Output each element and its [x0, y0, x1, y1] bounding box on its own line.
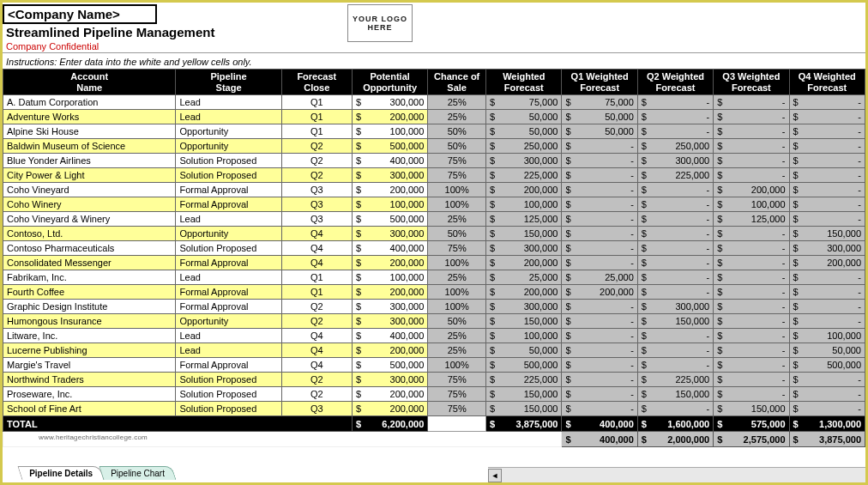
stage-cell[interactable]: Opportunity [176, 314, 281, 329]
tab-pipeline-chart[interactable]: Pipeline Chart [99, 466, 176, 480]
close-cell[interactable]: Q3 [281, 212, 352, 227]
account-cell[interactable]: Fabrikam, Inc. [3, 270, 176, 285]
close-cell[interactable]: Q2 [281, 387, 352, 402]
close-cell[interactable]: Q4 [281, 343, 352, 358]
potential-cell[interactable]: $300,000 [352, 227, 427, 241]
stage-cell[interactable]: Lead [176, 110, 281, 124]
stage-cell[interactable]: Solution Proposed [176, 154, 281, 168]
account-cell[interactable]: Lucerne Publishing [3, 343, 176, 358]
potential-cell[interactable]: $500,000 [352, 358, 427, 373]
close-cell[interactable]: Q3 [281, 402, 352, 416]
close-cell[interactable]: Q2 [281, 300, 352, 314]
q1-cell: $- [562, 387, 637, 402]
stage-cell[interactable]: Solution Proposed [176, 168, 281, 183]
account-cell[interactable]: Litware, Inc. [3, 329, 176, 343]
stage-cell[interactable]: Opportunity [176, 139, 281, 154]
potential-cell[interactable]: $200,000 [352, 402, 427, 416]
scroll-left-icon[interactable]: ◄ [488, 469, 502, 482]
potential-cell[interactable]: $200,000 [352, 343, 427, 358]
tab-pipeline-details[interactable]: Pipeline Details [17, 466, 104, 480]
account-cell[interactable]: Adventure Works [3, 110, 176, 124]
potential-cell[interactable]: $200,000 [352, 285, 427, 300]
close-cell[interactable]: Q4 [281, 241, 352, 256]
stage-cell[interactable]: Lead [176, 270, 281, 285]
potential-cell[interactable]: $200,000 [352, 256, 427, 270]
close-cell[interactable]: Q4 [281, 256, 352, 270]
logo-placeholder[interactable]: YOUR LOGO HERE [347, 4, 413, 42]
account-cell[interactable]: Northwind Traders [3, 373, 176, 387]
stage-cell[interactable]: Opportunity [176, 124, 281, 139]
stage-cell[interactable]: Lead [176, 343, 281, 358]
stage-cell[interactable]: Lead [176, 329, 281, 343]
account-cell[interactable]: Contoso Pharmaceuticals [3, 241, 176, 256]
account-cell[interactable]: City Power & Light [3, 168, 176, 183]
account-cell[interactable]: Consolidated Messenger [3, 256, 176, 270]
account-cell[interactable]: Alpine Ski House [3, 124, 176, 139]
close-cell[interactable]: Q1 [281, 95, 352, 110]
close-cell[interactable]: Q1 [281, 124, 352, 139]
account-cell[interactable]: School of Fine Art [3, 402, 176, 416]
close-cell[interactable]: Q2 [281, 154, 352, 168]
chance-cell: 25% [428, 270, 486, 285]
potential-cell[interactable]: $200,000 [352, 387, 427, 402]
account-cell[interactable]: Proseware, Inc. [3, 387, 176, 402]
potential-cell[interactable]: $400,000 [352, 241, 427, 256]
stage-cell[interactable]: Formal Approval [176, 256, 281, 270]
account-cell[interactable]: Baldwin Museum of Science [3, 139, 176, 154]
stage-cell[interactable]: Formal Approval [176, 285, 281, 300]
spreadsheet-sheet[interactable]: <Company Name> Streamlined Pipeline Mana… [3, 3, 865, 464]
potential-cell[interactable]: $400,000 [352, 329, 427, 343]
stage-cell[interactable]: Opportunity [176, 227, 281, 241]
potential-cell[interactable]: $100,000 [352, 270, 427, 285]
close-cell[interactable]: Q4 [281, 227, 352, 241]
stage-cell[interactable]: Lead [176, 212, 281, 227]
stage-cell[interactable]: Solution Proposed [176, 402, 281, 416]
close-cell[interactable]: Q2 [281, 139, 352, 154]
close-cell[interactable]: Q4 [281, 329, 352, 343]
potential-cell[interactable]: $200,000 [352, 183, 427, 197]
close-cell[interactable]: Q1 [281, 285, 352, 300]
close-cell[interactable]: Q3 [281, 197, 352, 212]
close-cell[interactable]: Q3 [281, 183, 352, 197]
company-name-cell[interactable]: <Company Name> [3, 4, 157, 24]
account-cell[interactable]: Graphic Design Institute [3, 300, 176, 314]
stage-cell[interactable]: Solution Proposed [176, 373, 281, 387]
stage-cell[interactable]: Solution Proposed [176, 241, 281, 256]
q2-cell: $250,000 [637, 139, 713, 154]
potential-cell[interactable]: $100,000 [352, 124, 427, 139]
potential-cell[interactable]: $300,000 [352, 95, 427, 110]
horizontal-scrollbar[interactable]: ◄ [488, 467, 865, 482]
account-cell[interactable]: Fourth Coffee [3, 285, 176, 300]
potential-cell[interactable]: $400,000 [352, 154, 427, 168]
potential-cell[interactable]: $300,000 [352, 168, 427, 183]
account-cell[interactable]: Margie's Travel [3, 358, 176, 373]
potential-cell[interactable]: $200,000 [352, 110, 427, 124]
q2-cell: $- [637, 212, 713, 227]
close-cell[interactable]: Q4 [281, 358, 352, 373]
close-cell[interactable]: Q1 [281, 110, 352, 124]
account-cell[interactable]: Blue Yonder Airlines [3, 154, 176, 168]
account-cell[interactable]: Coho Winery [3, 197, 176, 212]
close-cell[interactable]: Q2 [281, 373, 352, 387]
potential-cell[interactable]: $300,000 [352, 373, 427, 387]
potential-cell[interactable]: $300,000 [352, 314, 427, 329]
account-cell[interactable]: A. Datum Corporation [3, 95, 176, 110]
stage-cell[interactable]: Formal Approval [176, 183, 281, 197]
stage-cell[interactable]: Solution Proposed [176, 387, 281, 402]
account-cell[interactable]: Humongous Insurance [3, 314, 176, 329]
potential-cell[interactable]: $500,000 [352, 139, 427, 154]
close-cell[interactable]: Q2 [281, 168, 352, 183]
close-cell[interactable]: Q1 [281, 270, 352, 285]
stage-cell[interactable]: Formal Approval [176, 300, 281, 314]
potential-cell[interactable]: $100,000 [352, 197, 427, 212]
stage-cell[interactable]: Lead [176, 95, 281, 110]
account-cell[interactable]: Coho Vineyard [3, 183, 176, 197]
close-cell[interactable]: Q2 [281, 314, 352, 329]
stage-cell[interactable]: Formal Approval [176, 358, 281, 373]
account-cell[interactable]: Contoso, Ltd. [3, 227, 176, 241]
potential-cell[interactable]: $300,000 [352, 300, 427, 314]
stage-cell[interactable]: Formal Approval [176, 197, 281, 212]
potential-cell[interactable]: $500,000 [352, 212, 427, 227]
q2-cell: $- [637, 329, 713, 343]
account-cell[interactable]: Coho Vineyard & Winery [3, 212, 176, 227]
